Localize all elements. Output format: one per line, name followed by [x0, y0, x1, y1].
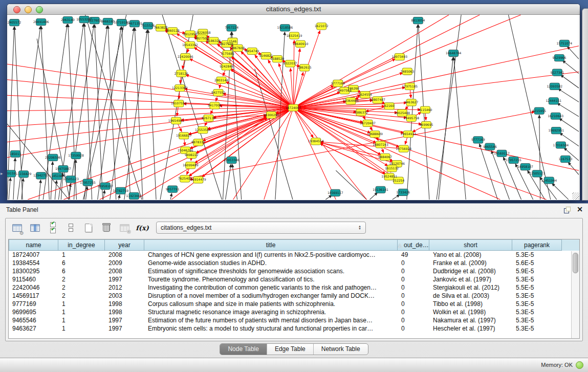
table-cell[interactable]: 1 [58, 309, 105, 316]
table-cell[interactable]: 1998 [105, 309, 144, 316]
zoom-window-button[interactable] [36, 6, 43, 13]
table-cell[interactable]: 6 [58, 268, 105, 275]
table-cell[interactable]: 5.3E-5 [512, 251, 562, 258]
table-cell[interactable]: 14569117 [9, 292, 58, 299]
delete-columns-button[interactable] [100, 222, 113, 234]
table-cell[interactable]: 0 [398, 284, 429, 291]
table-settings-button[interactable]: ⚙ [11, 222, 23, 234]
table-cell[interactable]: 19384554 [9, 259, 58, 267]
table-cell[interactable]: 5.3E-5 [512, 300, 562, 308]
table-cell[interactable]: 1 [58, 300, 105, 308]
table-cell[interactable]: Franke et al. (2009) [429, 259, 512, 267]
table-cell[interactable]: 9115460 [9, 276, 58, 283]
table-row[interactable]: 969969511998Structural magnetic resonanc… [9, 308, 579, 316]
table-cell[interactable]: de Silva et al. (2003) [429, 292, 512, 299]
table-cell[interactable]: Corpus callosum shape and size in male p… [144, 300, 398, 308]
row-height-button[interactable] [64, 222, 77, 234]
table-cell[interactable]: 2009 [105, 259, 144, 267]
vertical-scrollbar[interactable] [571, 251, 579, 338]
table-cell[interactable]: 1997 [105, 317, 144, 324]
column-header-year[interactable]: year [105, 239, 144, 251]
table-cell[interactable]: Stergiakouli et al. (2012) [429, 284, 512, 291]
table-cell[interactable]: Genome-wide association studies in ADHD. [144, 259, 398, 267]
table-cell[interactable]: 1 [58, 317, 105, 324]
table-cell[interactable]: 2 [58, 276, 105, 283]
table-cell[interactable]: Changes of HCN gene expression and I(f) … [144, 251, 398, 258]
table-cell[interactable]: 0 [398, 309, 429, 316]
column-header-pagerank[interactable]: pagerank [512, 239, 562, 251]
table-cell[interactable]: 5.3E-5 [512, 276, 562, 283]
table-cell[interactable]: 2 [58, 284, 105, 291]
show-hide-columns-button[interactable] [47, 222, 59, 234]
window-resize-grip[interactable] [572, 192, 579, 200]
background-window-sliver[interactable] [582, 8, 588, 201]
table-cell[interactable]: Tourette syndrome. Phenomenology and cla… [144, 276, 398, 283]
close-panel-icon[interactable]: ✕ [577, 205, 583, 213]
table-cell[interactable]: 0 [398, 268, 429, 275]
network-canvas[interactable]: 2405572208914062063140105532571527602846… [7, 15, 579, 200]
table-cell[interactable]: 1 [58, 325, 105, 332]
table-row[interactable]: 1456911722003Disruption of a novel membe… [9, 292, 579, 300]
table-cell[interactable]: 1997 [105, 325, 144, 332]
create-column-button[interactable] [82, 222, 95, 234]
table-cell[interactable]: 5.3E-5 [512, 317, 562, 324]
table-cell[interactable]: 0 [398, 292, 429, 299]
table-cell[interactable]: 1 [58, 251, 105, 258]
table-cell[interactable]: 5.9E-5 [512, 268, 562, 275]
minimize-window-button[interactable] [25, 6, 32, 13]
table-row[interactable]: 1938455462009Genome-wide association stu… [9, 259, 579, 267]
select-columns-button[interactable] [29, 222, 41, 234]
table-cell[interactable]: 2012 [105, 284, 144, 291]
table-cell[interactable]: 0 [398, 300, 429, 308]
column-header-title[interactable]: title [144, 239, 398, 251]
table-cell[interactable]: Nakamura et al. (1997) [429, 317, 512, 324]
table-cell[interactable]: Estimation of the future numbers of pati… [144, 317, 398, 324]
table-cell[interactable]: 9463627 [9, 325, 58, 332]
table-source-dropdown[interactable]: citations_edges.txt ▲▼ [156, 222, 366, 234]
table-cell[interactable]: 18724007 [9, 251, 58, 258]
table-row[interactable]: 1872400712008Changes of HCN gene express… [9, 251, 579, 259]
table-cell[interactable]: 2003 [105, 292, 144, 299]
table-cell[interactable]: 5.3E-5 [512, 309, 562, 316]
table-cell[interactable]: 5.3E-5 [512, 292, 562, 299]
table-row[interactable]: 911546021997Tourette syndrome. Phenomeno… [9, 275, 579, 283]
tab-network-table[interactable]: Network Table [313, 344, 368, 355]
close-window-button[interactable] [13, 6, 20, 13]
table-cell[interactable]: 0 [398, 259, 429, 267]
table-cell[interactable]: Structural magnetic resonance image aver… [144, 309, 398, 316]
table-row[interactable]: 2242004622012Investigating the contribut… [9, 283, 579, 292]
table-cell[interactable]: Wolkin et al. (1998) [429, 309, 512, 316]
table-cell[interactable]: 0 [398, 276, 429, 283]
table-cell[interactable]: 9465546 [9, 317, 58, 324]
table-row[interactable]: 977716911998Corpus callosum shape and si… [9, 300, 579, 308]
float-panel-icon[interactable] [564, 207, 571, 213]
network-window-titlebar[interactable]: citations_edges.txt [7, 4, 580, 15]
tab-edge-table[interactable]: Edge Table [267, 344, 313, 355]
table-cell[interactable]: 1998 [105, 300, 144, 308]
table-cell[interactable]: 22420046 [9, 284, 58, 291]
table-cell[interactable]: Disruption of a novel member of a sodium… [144, 292, 398, 299]
table-cell[interactable]: Dudbridge et al. (2008) [429, 268, 512, 275]
column-header-out_de[interactable]: △out_de… [398, 239, 429, 251]
table-cell[interactable]: 9699695 [9, 309, 58, 316]
table-cell[interactable]: Jankovic et al. (1997) [429, 276, 512, 283]
table-cell[interactable]: 5.6E-5 [512, 259, 562, 267]
tab-node-table[interactable]: Node Table [220, 344, 267, 355]
table-cell[interactable]: 6 [58, 259, 105, 267]
table-cell[interactable]: 1997 [105, 276, 144, 283]
table-cell[interactable]: Embryonic stem cells: a model to study s… [144, 325, 398, 332]
table-cell[interactable]: 9777169 [9, 300, 58, 308]
table-cell[interactable]: 5.5E-5 [512, 284, 562, 291]
table-cell[interactable]: Hescheler et al. (1997) [429, 325, 512, 332]
table-row[interactable]: 946554611997Estimation of the future num… [9, 316, 579, 324]
panel-collapse-arrow[interactable]: ▸ [1, 171, 3, 176]
network-view-window[interactable]: citations_edges.txt 24055722089140620631… [7, 4, 580, 201]
column-header-in_degree[interactable]: in_degree [58, 239, 105, 251]
table-cell[interactable]: 2008 [105, 268, 144, 275]
column-header-short[interactable]: short [429, 239, 512, 251]
table-cell[interactable]: 2 [58, 292, 105, 299]
table-cell[interactable]: Yano et al. (2008) [429, 251, 512, 258]
table-cell[interactable]: 49 [398, 251, 429, 258]
table-cell[interactable]: 0 [398, 317, 429, 324]
table-row[interactable]: 946362711997Embryonic stem cells: a mode… [9, 324, 579, 333]
